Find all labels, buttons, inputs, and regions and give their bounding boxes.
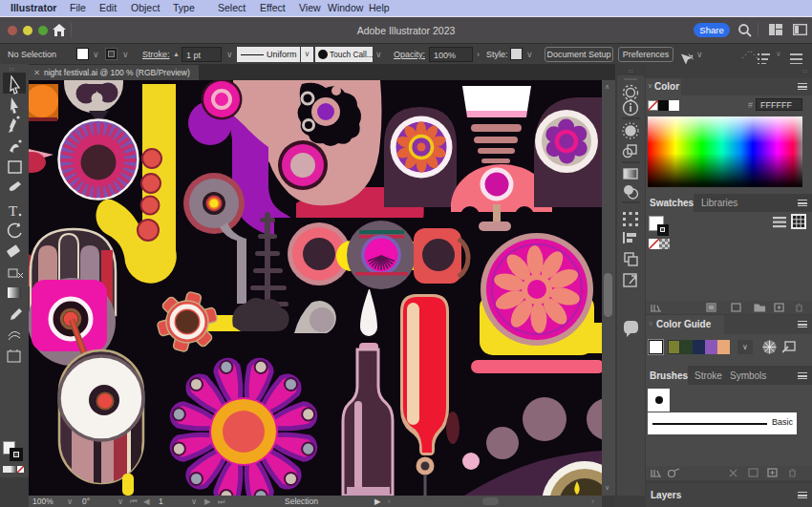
svg-text:T: T [9,203,17,219]
